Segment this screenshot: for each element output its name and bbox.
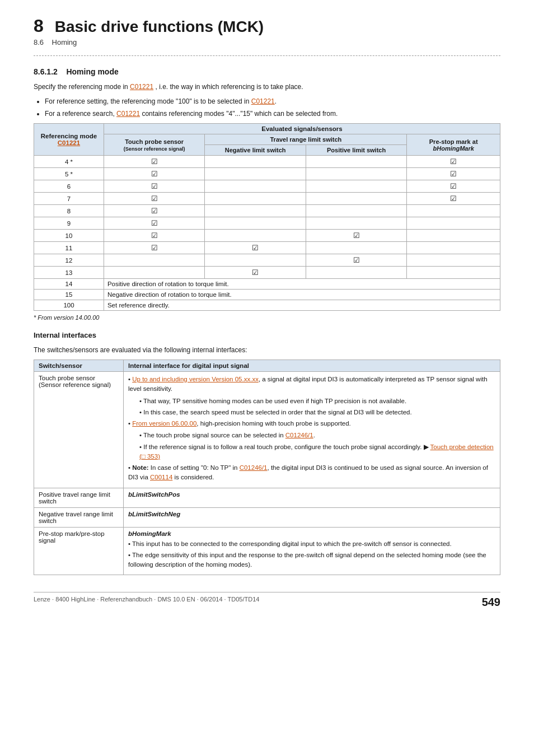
ref-table-row: 5 * — [34, 168, 500, 180]
neg-cell — [205, 254, 306, 267]
subsection-heading: 8.6.1.2 Homing mode — [34, 67, 500, 76]
wide-cell: Positive direction of rotation to torque… — [104, 279, 500, 290]
switch-cell: Negative travel range limit switch — [34, 507, 124, 527]
bullet-2: For a reference search, C01221 contains … — [45, 109, 500, 119]
int-table-row: Positive travel range limit switchbLimit… — [34, 488, 500, 507]
touch-cell — [104, 168, 204, 180]
c01246-link-2[interactable]: C01246/1 — [240, 464, 268, 471]
intro-paragraph: Specify the referencing mode in C01221 ,… — [34, 82, 500, 92]
mode-cell: 14 — [34, 279, 104, 290]
ref-table-row: 10 — [34, 230, 500, 242]
neg-cell — [205, 193, 306, 205]
neg-cell — [205, 217, 306, 230]
switch-cell: Pre-stop mark/pre-stop signal — [34, 527, 124, 575]
prestop-cell — [407, 242, 500, 254]
c00114-link[interactable]: C00114 — [150, 474, 172, 480]
page-number: 549 — [482, 596, 500, 609]
prestop-cell — [407, 254, 500, 267]
prestop-cell — [407, 168, 500, 180]
ref-table-row: 7 — [34, 193, 500, 205]
switch-cell: Positive travel range limit switch — [34, 488, 124, 507]
version-link-1[interactable]: Up to and including version Version 05.x… — [132, 376, 259, 382]
iface-cell: • Up to and including version Version 05… — [124, 372, 500, 488]
pos-cell — [306, 267, 406, 279]
touch-cell — [104, 193, 204, 205]
internal-interfaces-heading: Internal interfaces — [34, 331, 500, 339]
c01221-link-b1[interactable]: C01221 — [251, 97, 275, 105]
neg-cell — [205, 267, 306, 279]
c01246-link-1[interactable]: C01246/1 — [285, 432, 313, 438]
mode-cell: 10 — [34, 230, 104, 242]
pos-cell — [306, 230, 406, 242]
footer: Lenze · 8400 HighLine · Referenzhandbuch… — [34, 592, 500, 609]
col-touch-header: Touch probe sensor(Sensor reference sign… — [104, 134, 204, 156]
iface-cell: bLimitSwitchPos — [124, 488, 500, 507]
wide-cell: Negative direction of rotation to torque… — [104, 290, 500, 300]
touch-cell — [104, 242, 204, 254]
col-neg-header: Negative limit switch — [205, 145, 306, 156]
ref-table-row: 12 — [34, 254, 500, 267]
ref-table-row: 14Positive direction of rotation to torq… — [34, 279, 500, 290]
prestop-cell — [407, 193, 500, 205]
prestop-cell — [407, 267, 500, 279]
internal-intro: The switches/sensors are evaluated via t… — [34, 345, 500, 355]
mode-cell: 4 * — [34, 156, 104, 168]
prestop-cell — [407, 205, 500, 217]
mode-cell: 9 — [34, 217, 104, 230]
touch-cell — [104, 267, 204, 279]
mode-cell: 100 — [34, 300, 104, 311]
int-table-row: Pre-stop mark/pre-stop signalbHomingMark… — [34, 527, 500, 575]
ref-table-row: 4 * — [34, 156, 500, 168]
mode-cell: 13 — [34, 267, 104, 279]
mode-cell: 11 — [34, 242, 104, 254]
mode-cell: 12 — [34, 254, 104, 267]
subsection-862: 8.6.1.2 Homing mode Specify the referenc… — [34, 67, 500, 575]
mode-cell: 6 — [34, 180, 104, 193]
prestop-cell — [407, 156, 500, 168]
internal-interfaces-table: Switch/sensor Internal interface for dig… — [34, 360, 500, 575]
c01221-table-link[interactable]: C01221 — [58, 139, 80, 146]
int-col1-header: Switch/sensor — [34, 360, 124, 372]
version-link-2[interactable]: From version 06.00.00 — [132, 420, 196, 427]
col-refmode-header: Referencing mode C01221 — [34, 124, 104, 156]
table-footnote: * From version 14.00.00 — [34, 314, 500, 321]
pos-cell — [306, 254, 406, 267]
prestop-cell — [407, 217, 500, 230]
referencing-mode-table: Referencing mode C01221 Evaluated signal… — [34, 123, 500, 311]
pos-cell — [306, 205, 406, 217]
ref-table-row: 100Set reference directly. — [34, 300, 500, 311]
touch-probe-link[interactable]: Touch probe detection (□ 353) — [139, 444, 494, 460]
chapter-header: 8 Basic drive functions (MCK) — [34, 17, 500, 36]
bullet-1: For reference setting, the referencing m… — [45, 96, 500, 106]
touch-cell — [104, 205, 204, 217]
ref-table-row: 15Negative direction of rotation to torq… — [34, 290, 500, 300]
touch-cell — [104, 156, 204, 168]
col-evaluated-header: Evaluated signals/sensors — [104, 124, 500, 134]
mode-cell: 8 — [34, 205, 104, 217]
touch-cell — [104, 254, 204, 267]
mode-cell: 7 — [34, 193, 104, 205]
c01221-link-b2[interactable]: C01221 — [116, 110, 140, 118]
chapter-title: Basic drive functions (MCK) — [55, 18, 264, 36]
iface-cell: bLimitSwitchNeg — [124, 507, 500, 527]
col-pos-header: Positive limit switch — [306, 145, 406, 156]
ref-table-row: 11 — [34, 242, 500, 254]
pos-cell — [306, 193, 406, 205]
int-table-row: Negative travel range limit switchbLimit… — [34, 507, 500, 527]
int-table-row: Touch probe sensor(Sensor reference sign… — [34, 372, 500, 488]
section-divider — [34, 55, 500, 56]
prestop-cell — [407, 230, 500, 242]
touch-cell — [104, 230, 204, 242]
mode-cell: 5 * — [34, 168, 104, 180]
col-prestop-header: Pre-stop mark atbHomingMark — [407, 134, 500, 156]
footer-left: Lenze · 8400 HighLine · Referenzhandbuch… — [34, 596, 259, 609]
section-label: 8.6 Homing — [34, 38, 500, 46]
neg-cell — [205, 168, 306, 180]
c01221-link-intro[interactable]: C01221 — [130, 83, 153, 91]
touch-cell — [104, 180, 204, 193]
intro-bullets: For reference setting, the referencing m… — [45, 96, 500, 119]
iface-cell: bHomingMark• This input has to be connec… — [124, 527, 500, 575]
pos-cell — [306, 242, 406, 254]
touch-cell — [104, 217, 204, 230]
col-travel-header: Travel range limit switch — [205, 134, 407, 145]
